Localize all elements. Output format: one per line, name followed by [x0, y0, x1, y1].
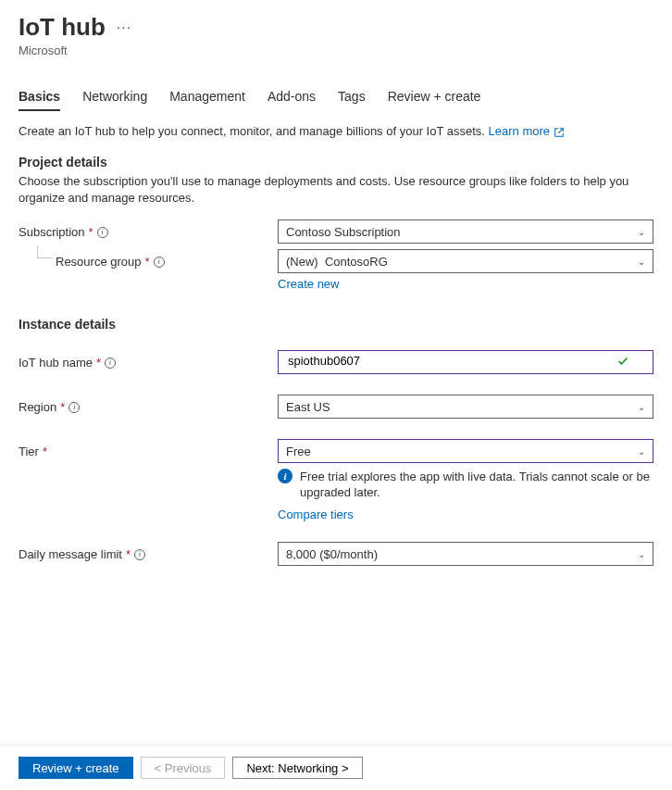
subscription-select[interactable]: Contoso Subscription ⌄: [278, 219, 653, 244]
required-indicator: *: [145, 255, 150, 269]
chevron-down-icon: ⌄: [638, 257, 645, 267]
info-icon[interactable]: i: [105, 357, 116, 369]
iot-hub-name-input[interactable]: [278, 350, 653, 374]
tab-tags[interactable]: Tags: [338, 85, 366, 111]
required-indicator: *: [96, 356, 101, 370]
info-icon: i: [278, 469, 292, 483]
required-indicator: *: [89, 225, 93, 239]
info-icon[interactable]: i: [97, 227, 108, 238]
resource-group-label: Resource group: [56, 255, 142, 269]
tree-connector: [37, 245, 52, 258]
chevron-down-icon: ⌄: [638, 446, 645, 457]
chevron-down-icon: ⌄: [638, 549, 645, 559]
tab-addons[interactable]: Add-ons: [268, 85, 316, 111]
learn-more-link[interactable]: Learn more: [489, 124, 565, 138]
tab-review-create[interactable]: Review + create: [388, 85, 481, 111]
publisher-label: Microsoft: [19, 44, 653, 57]
tier-select[interactable]: Free ⌄: [278, 439, 653, 463]
info-icon[interactable]: i: [68, 402, 80, 413]
info-icon[interactable]: i: [134, 549, 145, 560]
page-title: IoT hub: [19, 13, 106, 42]
chevron-down-icon: ⌄: [638, 227, 645, 237]
project-details-desc: Choose the subscription you'll use to ma…: [19, 173, 653, 207]
required-indicator: *: [43, 445, 47, 458]
required-indicator: *: [60, 400, 65, 414]
info-icon[interactable]: i: [154, 257, 165, 268]
resource-group-select[interactable]: (New) ContosoRG ⌄: [278, 249, 653, 273]
region-label: Region: [19, 400, 56, 414]
region-select[interactable]: East US ⌄: [278, 395, 653, 419]
external-link-icon: [554, 127, 565, 138]
daily-message-limit-select[interactable]: 8,000 ($0/month) ⌄: [278, 542, 653, 566]
project-details-heading: Project details: [19, 155, 653, 169]
create-new-rg-link[interactable]: Create new: [278, 277, 653, 291]
subscription-label: Subscription: [19, 225, 85, 239]
tab-management[interactable]: Management: [169, 85, 245, 111]
chevron-down-icon: ⌄: [638, 402, 645, 412]
tier-label: Tier: [19, 445, 39, 458]
check-icon: [616, 355, 629, 370]
tab-networking[interactable]: Networking: [82, 85, 147, 111]
intro-text: Create an IoT hub to help you connect, m…: [19, 124, 489, 138]
required-indicator: *: [126, 547, 131, 561]
more-icon[interactable]: ···: [117, 19, 131, 36]
daily-message-limit-label: Daily message limit: [19, 547, 122, 561]
tier-info-text: Free trial explores the app with live da…: [300, 469, 653, 500]
tab-basics[interactable]: Basics: [19, 85, 60, 111]
instance-details-heading: Instance details: [19, 317, 653, 332]
tab-bar: Basics Networking Management Add-ons Tag…: [19, 85, 653, 111]
iot-hub-name-label: IoT hub name: [19, 356, 93, 370]
compare-tiers-link[interactable]: Compare tiers: [278, 508, 653, 521]
